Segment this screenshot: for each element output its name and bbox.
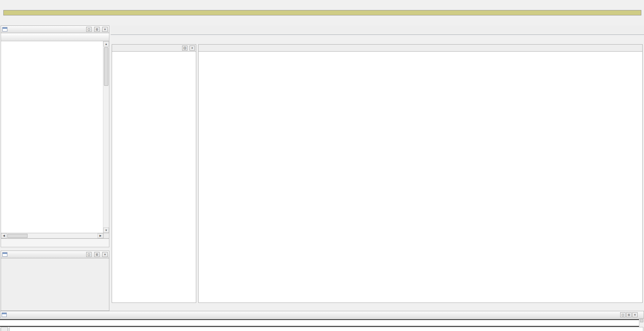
output-window-icon xyxy=(2,313,7,317)
function-list-horizontal-scrollbar[interactable]: ◀ ▶ xyxy=(1,233,109,239)
navigation-band[interactable] xyxy=(3,10,641,15)
functions-window-status xyxy=(1,239,109,247)
functions-window-titlebar: □ ⊡ × xyxy=(1,25,109,33)
smartdec-window: ⊡ × xyxy=(111,35,644,311)
cli-row xyxy=(0,327,644,331)
workspace: □ ⊡ × ▲ ▼ ◀ xyxy=(0,25,644,311)
output-window-buttons: □ ⊡ × xyxy=(620,312,638,317)
close-icon[interactable]: × xyxy=(102,27,108,32)
vertical-scroll-thumb[interactable] xyxy=(640,319,643,322)
close-icon[interactable]: × xyxy=(102,252,108,257)
tab-bar xyxy=(111,25,644,35)
instruction-list[interactable] xyxy=(112,52,196,303)
mdi-area: ⊡ × xyxy=(111,25,644,311)
graph-overview-icon xyxy=(2,252,7,257)
scroll-right-icon[interactable]: ▶ xyxy=(98,233,103,238)
output-log-scrollbar[interactable] xyxy=(639,319,644,327)
graph-overview-canvas[interactable] xyxy=(1,258,109,311)
cli-language-button[interactable] xyxy=(1,327,8,331)
output-log-message xyxy=(0,319,639,327)
scroll-left-icon[interactable]: ◀ xyxy=(1,233,7,238)
decompiled-code-panel xyxy=(198,44,643,303)
menu-bar xyxy=(111,35,644,43)
smartdec-status-bar xyxy=(111,303,644,311)
cpp-header xyxy=(198,44,643,52)
graph-overview-window: □ ⊡ × xyxy=(1,251,109,311)
restore-icon[interactable]: ⊡ xyxy=(94,252,100,257)
instructions-header: ⊡ × xyxy=(112,44,196,52)
main-toolbar xyxy=(0,0,644,9)
scroll-down-icon[interactable]: ▼ xyxy=(103,227,109,233)
restore-icon[interactable]: ⊡ xyxy=(94,27,100,32)
left-column: □ ⊡ × ▲ ▼ ◀ xyxy=(1,25,109,311)
code-area[interactable] xyxy=(198,52,643,303)
float-icon[interactable]: ⊡ xyxy=(182,46,187,51)
color-legend xyxy=(0,17,644,25)
ida-application-window: □ ⊡ × ▲ ▼ ◀ xyxy=(0,0,644,331)
output-log[interactable] xyxy=(0,319,644,327)
vertical-scroll-thumb[interactable] xyxy=(104,47,108,86)
scroll-up-icon[interactable]: ▲ xyxy=(103,41,109,47)
graph-overview-titlebar: □ ⊡ × xyxy=(1,251,109,258)
float-icon[interactable]: □ xyxy=(86,252,92,257)
functions-window-icon xyxy=(2,27,7,31)
instructions-panel: ⊡ × xyxy=(112,44,196,303)
function-list xyxy=(1,41,103,233)
close-icon[interactable]: × xyxy=(190,46,195,51)
cli-input[interactable] xyxy=(9,327,643,331)
function-list-wrap: ▲ ▼ xyxy=(1,41,109,233)
float-icon[interactable]: □ xyxy=(620,312,626,317)
scroll-track[interactable] xyxy=(103,86,109,227)
scrollbar-corner xyxy=(103,233,109,238)
output-window-titlebar: □ ⊡ × xyxy=(0,311,644,319)
output-window: □ ⊡ × xyxy=(0,311,644,331)
smartdec-docks: ⊡ × xyxy=(111,43,644,303)
navigation-band-row xyxy=(0,9,644,17)
horizontal-scroll-thumb[interactable] xyxy=(7,234,28,238)
float-icon[interactable]: □ xyxy=(86,27,92,32)
function-list-vertical-scrollbar[interactable]: ▲ ▼ xyxy=(103,41,109,233)
restore-icon[interactable]: ⊡ xyxy=(626,312,632,317)
close-icon[interactable]: × xyxy=(632,312,638,317)
function-name-column-header[interactable] xyxy=(1,33,109,41)
functions-window: □ ⊡ × ▲ ▼ ◀ xyxy=(1,25,109,247)
